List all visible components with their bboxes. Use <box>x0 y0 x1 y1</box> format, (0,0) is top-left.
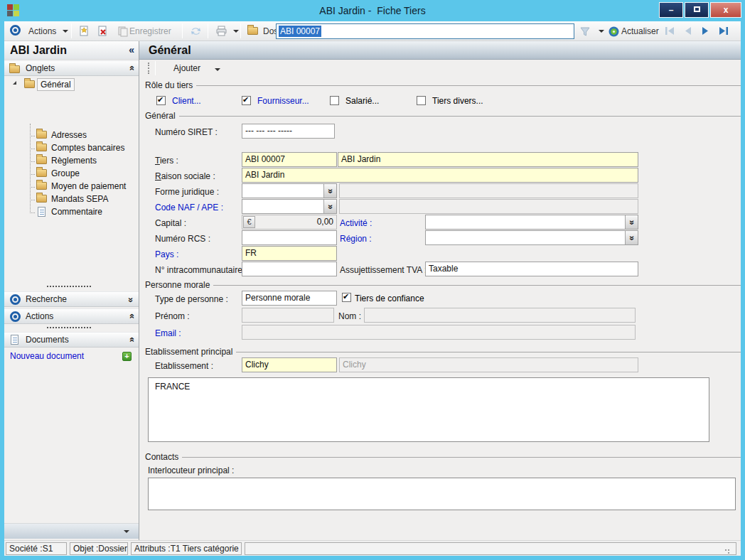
add-caret-icon[interactable] <box>215 68 220 71</box>
tva-label: Assujettissement TVA : <box>340 265 427 275</box>
tree-item-moyen-de-paiement[interactable]: Moyen de paiement <box>4 181 139 193</box>
minimize-button[interactable]: – <box>659 2 683 18</box>
tree-item-general[interactable]: Général <box>4 78 139 92</box>
add-button[interactable]: Ajouter <box>168 60 206 77</box>
pays-combo[interactable]: FR <box>242 246 337 261</box>
new-page-icon <box>79 26 90 37</box>
code-naf-label[interactable]: Code NAF / APE : <box>155 203 223 212</box>
toolbar-grip[interactable] <box>148 63 149 74</box>
code-naf-combo[interactable]: » <box>242 199 337 214</box>
sidebar-scroll-down-icon[interactable] <box>124 530 129 533</box>
documents-icon <box>11 335 18 345</box>
etablissement-combo[interactable]: Clichy <box>242 357 337 372</box>
add-document-icon[interactable]: + <box>122 352 132 361</box>
numero-rcs-input[interactable] <box>242 230 337 245</box>
actions-menu-button[interactable]: Actions <box>28 21 56 41</box>
nav-next-button[interactable] <box>700 25 712 37</box>
nom-label: Nom : <box>338 311 361 321</box>
pays-label[interactable]: Pays : <box>155 249 178 259</box>
activite-combo[interactable]: » <box>425 215 638 230</box>
raison-sociale-label: Raison sociale : <box>155 171 215 181</box>
tiers-code-input[interactable]: ABI 00007 <box>242 152 337 167</box>
tree-item-commentaire[interactable]: Commentaire <box>4 206 139 219</box>
collapse-up-icon[interactable]: » <box>129 333 133 348</box>
tree-item-adresses[interactable]: Adresses <box>4 129 139 142</box>
tree-item-label[interactable]: Général <box>37 78 75 91</box>
printer-icon <box>215 26 227 37</box>
group-role-du-tiers: Rôle du tiers <box>145 80 741 90</box>
status-objet: Objet :Dossier <box>70 542 128 555</box>
tree-expanded-icon[interactable] <box>13 81 16 85</box>
panel-splitter[interactable] <box>47 286 91 287</box>
activite-label[interactable]: Activité : <box>340 218 372 228</box>
onglets-folder-icon <box>9 65 20 73</box>
panel-actions-header[interactable]: Actions » <box>4 308 139 324</box>
app-window: ABI Jardin - Fiche Tiers – x Actions Enr… <box>0 0 745 560</box>
sidebar: ABI Jardin « Onglets » Général Adresses … <box>4 41 139 540</box>
panel-splitter[interactable] <box>47 327 91 328</box>
siret-input[interactable]: --- --- --- ----- <box>242 124 335 139</box>
panel-onglets-header[interactable]: Onglets » <box>4 60 139 76</box>
dropdown-button: » <box>323 200 336 213</box>
nav-first-button[interactable] <box>664 25 676 37</box>
expand-down-icon[interactable]: » <box>129 292 133 308</box>
currency-euro-button[interactable]: € <box>243 216 255 228</box>
email-label[interactable]: Email : <box>155 328 181 338</box>
raison-sociale-input[interactable]: ABI Jardin <box>242 168 638 183</box>
panel-documents-header[interactable]: Documents » <box>4 332 139 348</box>
dossier-input[interactable]: ABI 00007 <box>276 23 574 39</box>
region-label[interactable]: Région : <box>340 234 372 244</box>
etablissement-label: Etablissement : <box>155 361 213 371</box>
intracommunautaire-input[interactable] <box>242 262 337 276</box>
interlocuteur-label: Interlocuteur principal : <box>148 465 234 475</box>
nav-previous-button[interactable] <box>682 25 694 37</box>
section-toolbar: Ajouter <box>139 60 741 77</box>
tiers-confiance-checkbox[interactable] <box>342 293 351 302</box>
tree-item-groupe[interactable]: Groupe <box>4 168 139 181</box>
maximize-button[interactable] <box>685 2 709 18</box>
type-personne-label: Type de personne : <box>155 294 228 304</box>
folder-open-icon <box>24 80 35 88</box>
delete-record-button[interactable] <box>95 23 111 39</box>
panel-recherche-header[interactable]: Recherche » <box>4 291 139 307</box>
maximize-icon <box>694 6 700 12</box>
prenom-label: Prénom : <box>155 311 190 321</box>
dropdown-button: » <box>625 231 638 244</box>
prenom-input <box>242 308 334 323</box>
nav-last-button[interactable] <box>717 25 729 37</box>
print-options-caret-icon[interactable] <box>233 30 239 33</box>
sync-icon <box>190 26 202 37</box>
client-checkbox[interactable] <box>156 96 166 105</box>
numero-rcs-label: Numéro RCS : <box>155 234 210 244</box>
forme-juridique-combo[interactable]: » <box>242 183 337 198</box>
region-combo[interactable]: » <box>425 230 638 245</box>
sidebar-collapse-button[interactable]: « <box>129 41 134 60</box>
client-label[interactable]: Client... <box>172 96 201 106</box>
tva-combo[interactable]: Taxable <box>425 262 638 276</box>
fournisseur-checkbox[interactable] <box>242 96 251 105</box>
resize-grip[interactable] <box>724 549 730 554</box>
tiers-divers-checkbox[interactable] <box>417 96 426 105</box>
capital-field: € 0,00 <box>242 215 337 230</box>
print-button[interactable] <box>213 23 229 39</box>
actualiser-button[interactable]: Actualiser <box>621 21 659 41</box>
sync-button[interactable] <box>188 23 203 39</box>
tree-item-comptes-bancaires[interactable]: Comptes bancaires <box>4 142 139 155</box>
salarie-checkbox[interactable] <box>330 96 339 105</box>
new-document-link[interactable]: Nouveau document <box>10 351 84 361</box>
filter-button[interactable] <box>577 23 593 39</box>
save-button[interactable]: Enregistrer <box>129 21 171 41</box>
onglets-tree: Général Adresses Comptes bancaires Règle… <box>4 78 139 92</box>
tiers-name-input[interactable]: ABI Jardin <box>338 152 638 167</box>
fournisseur-label[interactable]: Fournisseur... <box>257 96 309 106</box>
folder-icon <box>36 169 47 177</box>
tree-item-reglements[interactable]: Règlements <box>4 155 139 168</box>
tree-item-mandats-sepa[interactable]: Mandats SEPA <box>4 193 139 206</box>
collapse-up-icon[interactable]: » <box>129 309 133 325</box>
salarie-label: Salarié... <box>345 96 379 106</box>
collapse-up-icon[interactable]: » <box>129 61 133 77</box>
filter-caret-icon[interactable] <box>599 30 604 33</box>
new-record-button[interactable] <box>77 23 92 39</box>
close-button[interactable]: x <box>710 2 741 18</box>
type-personne-combo[interactable]: Personne morale <box>242 291 337 306</box>
